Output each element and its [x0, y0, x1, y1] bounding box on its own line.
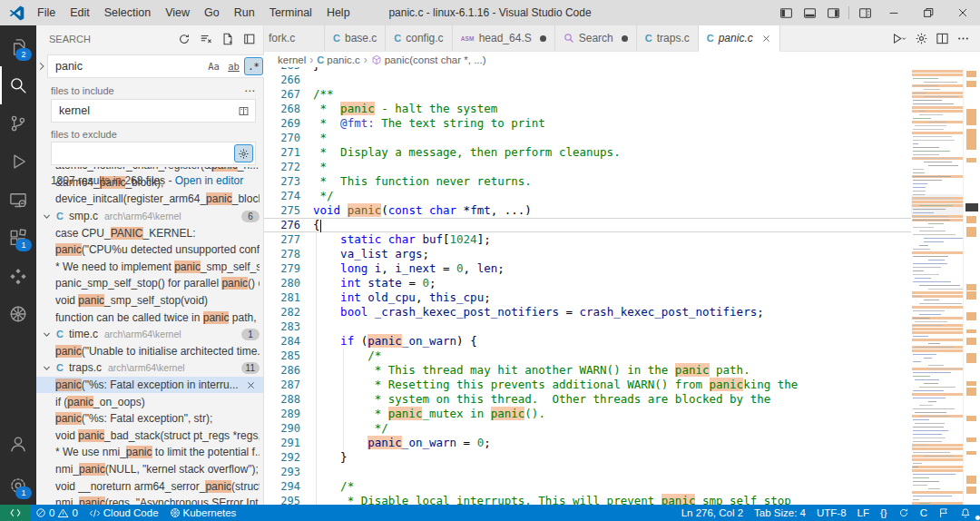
more-actions-button[interactable]	[954, 28, 973, 48]
line-number[interactable]: 270	[264, 131, 300, 145]
toggle-primary-sidebar-button[interactable]	[774, 0, 798, 25]
line-number[interactable]: 293	[264, 465, 300, 479]
line-number[interactable]: 292	[264, 450, 300, 465]
code-line[interactable]: 294 /*	[264, 479, 911, 494]
tab-config-c[interactable]: Cconfig.c	[386, 25, 452, 51]
cursor-position-status[interactable]: Ln 276, Col 2	[676, 505, 749, 521]
code-line[interactable]: 282 bool _crash_kexec_post_notifiers = c…	[264, 305, 911, 319]
code-line[interactable]: 288 * system on this thread. Other threa…	[264, 392, 911, 407]
maximize-restore-button[interactable]	[911, 0, 946, 25]
code-line[interactable]: 269 * @fmt: The text string to print	[264, 116, 911, 131]
use-exclude-settings-icon[interactable]	[234, 144, 253, 162]
minimize-button[interactable]	[877, 0, 911, 25]
code-line[interactable]: 279 long i, i_next = 0, len;	[264, 261, 911, 276]
files-to-include-input[interactable]	[57, 103, 233, 118]
encoding-status[interactable]: UTF-8	[811, 505, 852, 521]
braces-status[interactable]: {}	[875, 505, 893, 521]
code-line[interactable]: 266	[264, 73, 911, 87]
split-editor-button[interactable]	[933, 28, 952, 48]
search-result-match[interactable]: * We need to implement panic_smp_self_s.…	[36, 259, 263, 276]
code-line[interactable]: 270 *	[264, 131, 911, 145]
tab-search[interactable]: Search	[555, 25, 637, 51]
run-file-button[interactable]	[889, 28, 910, 48]
breadcrumb-item[interactable]: kernel	[278, 54, 306, 65]
language-mode-status[interactable]: C	[915, 505, 933, 521]
line-number[interactable]: 274	[264, 189, 300, 203]
code-line[interactable]: 273 * This function never returns.	[264, 174, 911, 189]
files-to-exclude-input[interactable]	[57, 146, 233, 161]
kubernetes-status[interactable]: Kubernetes	[164, 505, 242, 521]
code-line[interactable]: 283	[264, 319, 911, 334]
whole-word-toggle[interactable]: ab	[224, 57, 243, 75]
breadcrumb-item[interactable]: Cpanic.c	[317, 54, 359, 65]
code-line[interactable]: 295 * Disable local interrupts. This wil…	[264, 494, 911, 505]
line-number[interactable]: 284	[264, 334, 300, 349]
code-line[interactable]: 272 *	[264, 160, 911, 174]
code-line[interactable]: 281 int old_cpu, this_cpu;	[264, 290, 911, 305]
clear-search-results-icon[interactable]	[198, 31, 214, 47]
search-result-match[interactable]: panic("%s: Fatal exception", str);	[36, 410, 263, 428]
customize-layout-button[interactable]	[853, 0, 877, 25]
toggle-replace-icon[interactable]	[36, 61, 47, 72]
menu-terminal[interactable]: Terminal	[262, 0, 319, 25]
open-new-search-editor-icon[interactable]	[220, 31, 236, 47]
code-line[interactable]: 290 */	[264, 421, 911, 436]
line-number[interactable]: 276	[264, 218, 300, 232]
line-number[interactable]: 283	[264, 319, 300, 334]
search-result-match[interactable]: * We use nmi_panic to limit the potentia…	[36, 444, 263, 461]
line-number[interactable]: 288	[264, 392, 300, 407]
feedback-status[interactable]	[933, 505, 955, 521]
search-result-match[interactable]: if (panic_on_oops)	[36, 393, 263, 410]
code-line[interactable]: 275void panic(const char *fmt, ...)	[264, 203, 911, 218]
menu-selection[interactable]: Selection	[97, 0, 158, 25]
toggle-search-details-icon[interactable]: ⋯	[244, 84, 256, 97]
search-result-match[interactable]: panic_smp_self_stop() for parallel panic…	[36, 275, 263, 292]
activity-cloud-code[interactable]	[0, 257, 36, 295]
remote-indicator[interactable]	[0, 505, 30, 521]
match-case-toggle[interactable]: Aa	[204, 57, 223, 75]
line-number[interactable]: 287	[264, 378, 300, 392]
line-number[interactable]: 277	[264, 232, 300, 247]
search-result-match[interactable]: nmi_panic(regs, "Asynchronous SError Int…	[36, 495, 263, 505]
tab-fork-c[interactable]: fork.c	[264, 25, 325, 51]
activity-kubernetes[interactable]	[0, 295, 36, 333]
line-number[interactable]: 294	[264, 479, 300, 494]
code-line[interactable]: 292 }	[264, 450, 911, 465]
overview-ruler[interactable]	[963, 67, 980, 505]
line-number[interactable]: 280	[264, 276, 300, 290]
activity-source-control[interactable]	[0, 104, 36, 143]
menu-view[interactable]: View	[158, 0, 197, 25]
tab-base-c[interactable]: Cbase.c	[325, 25, 386, 51]
code-line[interactable]: 271 * Display a message, then perform cl…	[264, 145, 911, 160]
code-line[interactable]: 274 */	[264, 189, 911, 203]
tab-head-64-s[interactable]: ASMhead_64.S	[453, 25, 555, 51]
search-result-match[interactable]: void panic_smp_self_stop(void)	[36, 292, 263, 310]
activity-explorer[interactable]: 2	[0, 28, 36, 66]
menu-file[interactable]: File	[30, 0, 63, 25]
search-result-match[interactable]: case CPU_PANIC_KERNEL:	[36, 224, 263, 241]
line-number[interactable]: 268	[264, 102, 300, 116]
code-line[interactable]: 291 panic_on_warn = 0;	[264, 436, 911, 450]
line-number[interactable]: 290	[264, 421, 300, 436]
search-result-match[interactable]: panic("%s: Fatal exception in interru...	[36, 377, 263, 394]
activity-extensions[interactable]: 1	[0, 219, 36, 257]
open-in-editor-icon[interactable]	[241, 31, 258, 47]
search-result-match[interactable]: &arm64_panic_block);	[36, 174, 263, 192]
tab-traps-c[interactable]: Ctraps.c	[637, 25, 699, 51]
line-number[interactable]: 275	[264, 203, 300, 218]
line-number[interactable]: 269	[264, 116, 300, 131]
activity-run-and-debug[interactable]	[0, 143, 36, 181]
line-number[interactable]: 295	[264, 494, 300, 505]
line-number[interactable]: 279	[264, 261, 300, 276]
line-number[interactable]: 286	[264, 363, 300, 378]
menu-run[interactable]: Run	[227, 0, 262, 25]
cloud-code-status[interactable]: Cloud Code	[83, 505, 164, 521]
line-number[interactable]: 267	[264, 87, 300, 102]
code-line[interactable]: 287 * Resetting this prevents additional…	[264, 378, 911, 392]
activity-accounts[interactable]	[0, 425, 36, 463]
code-line[interactable]: 286 * This thread may hit another WARN()…	[264, 363, 911, 378]
search-result-file[interactable]: Ctime.carch\arm64\kernel1	[36, 326, 263, 343]
regex-toggle[interactable]: .*	[244, 57, 263, 75]
line-number[interactable]: 281	[264, 290, 300, 305]
code-line[interactable]: 278 va_list args;	[264, 247, 911, 261]
